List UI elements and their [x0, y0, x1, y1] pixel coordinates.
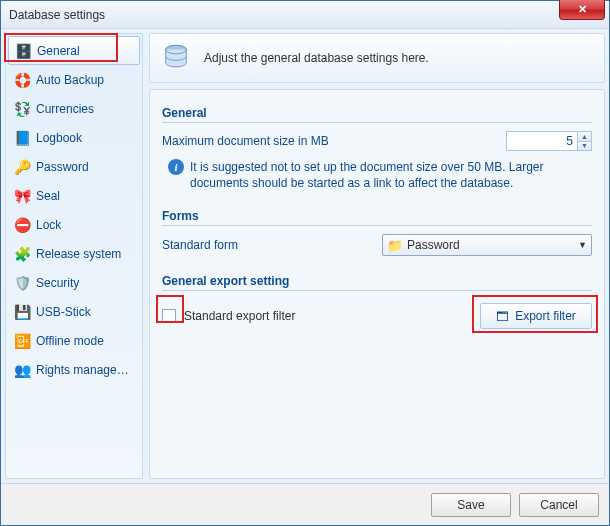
titlebar: Database settings ✕	[1, 1, 609, 29]
general-icon: 🗄️	[15, 43, 31, 59]
info-icon: i	[168, 159, 184, 175]
max-doc-size-label: Maximum document size in MB	[162, 134, 329, 148]
sidebar-item-logbook[interactable]: 📘Logbook	[8, 123, 140, 152]
banner: Adjust the general database settings her…	[149, 33, 605, 83]
standard-export-filter-checkbox[interactable]	[162, 309, 176, 323]
spinner-down[interactable]: ▼	[578, 142, 591, 151]
sidebar-item-usb-stick[interactable]: 💾USB-Stick	[8, 297, 140, 326]
password-icon: 🔑	[14, 159, 30, 175]
sidebar-item-label: Lock	[36, 218, 61, 232]
sidebar-item-lock[interactable]: ⛔Lock	[8, 210, 140, 239]
sidebar-item-label: USB-Stick	[36, 305, 91, 319]
sidebar-item-label: Password	[36, 160, 89, 174]
standard-form-value: Password	[407, 238, 578, 252]
sidebar-item-label: Offline mode	[36, 334, 104, 348]
sidebar-item-label: Auto Backup	[36, 73, 104, 87]
standard-form-dropdown[interactable]: 📁 Password ▼	[382, 234, 592, 256]
export-filter-button[interactable]: 🗔 Export filter	[480, 303, 592, 329]
rights-management-icon: 👥	[14, 362, 30, 378]
spinner-buttons: ▲ ▼	[577, 132, 591, 150]
section-title-export: General export setting	[162, 274, 592, 291]
standard-export-filter-label: Standard export filter	[184, 309, 295, 323]
logbook-icon: 📘	[14, 130, 30, 146]
sidebar-item-seal[interactable]: 🎀Seal	[8, 181, 140, 210]
sidebar-item-offline-mode[interactable]: 📴Offline mode	[8, 326, 140, 355]
max-doc-size-field: ▲ ▼	[506, 131, 592, 151]
folder-icon: 📁	[387, 237, 403, 253]
hint-text: It is suggested not to set up the docume…	[190, 159, 588, 191]
row-standard-form: Standard form 📁 Password ▼	[162, 234, 592, 256]
save-button[interactable]: Save	[431, 493, 511, 517]
sidebar-item-general[interactable]: 🗄️General	[8, 36, 140, 65]
sidebar-item-label: Seal	[36, 189, 60, 203]
lock-icon: ⛔	[14, 217, 30, 233]
auto-backup-icon: 🛟	[14, 72, 30, 88]
database-settings-window: Database settings ✕ 🗄️General🛟Auto Backu…	[0, 0, 610, 526]
export-filter-button-label: Export filter	[515, 309, 576, 323]
sidebar-item-label: Release system	[36, 247, 121, 261]
cancel-button[interactable]: Cancel	[519, 493, 599, 517]
standard-form-label: Standard form	[162, 238, 238, 252]
offline-mode-icon: 📴	[14, 333, 30, 349]
sidebar: 🗄️General🛟Auto Backup💱Currencies📘Logbook…	[5, 33, 143, 479]
section-title-general: General	[162, 106, 592, 123]
sidebar-item-rights-management[interactable]: 👥Rights management	[8, 355, 140, 384]
sidebar-item-currencies[interactable]: 💱Currencies	[8, 94, 140, 123]
sidebar-item-release-system[interactable]: 🧩Release system	[8, 239, 140, 268]
section-title-forms: Forms	[162, 209, 592, 226]
close-button[interactable]: ✕	[559, 0, 605, 20]
database-icon	[160, 42, 192, 74]
seal-icon: 🎀	[14, 188, 30, 204]
sidebar-item-auto-backup[interactable]: 🛟Auto Backup	[8, 65, 140, 94]
sidebar-item-security[interactable]: 🛡️Security	[8, 268, 140, 297]
spinner-up[interactable]: ▲	[578, 132, 591, 142]
window-controls: ✕	[559, 1, 609, 28]
sidebar-item-label: Security	[36, 276, 79, 290]
window-title: Database settings	[9, 8, 105, 22]
dialog-footer: Save Cancel	[1, 483, 609, 525]
hint-row: i It is suggested not to set up the docu…	[162, 159, 592, 191]
sidebar-item-label: General	[37, 44, 80, 58]
row-export: Standard export filter 🗔 Export filter	[162, 303, 592, 329]
row-max-doc-size: Maximum document size in MB ▲ ▼	[162, 131, 592, 151]
filter-icon: 🗔	[496, 309, 509, 324]
sidebar-item-password[interactable]: 🔑Password	[8, 152, 140, 181]
currencies-icon: 💱	[14, 101, 30, 117]
release-system-icon: 🧩	[14, 246, 30, 262]
window-body: 🗄️General🛟Auto Backup💱Currencies📘Logbook…	[1, 29, 609, 483]
max-doc-size-input[interactable]	[507, 132, 577, 150]
sidebar-item-label: Currencies	[36, 102, 94, 116]
sidebar-item-label: Logbook	[36, 131, 82, 145]
settings-panel: General Maximum document size in MB ▲ ▼ …	[149, 89, 605, 479]
banner-text: Adjust the general database settings her…	[204, 51, 429, 65]
usb-stick-icon: 💾	[14, 304, 30, 320]
main-area: Adjust the general database settings her…	[149, 33, 605, 479]
security-icon: 🛡️	[14, 275, 30, 291]
sidebar-item-label: Rights management	[36, 363, 134, 377]
close-icon: ✕	[578, 4, 587, 15]
chevron-down-icon: ▼	[578, 240, 587, 250]
